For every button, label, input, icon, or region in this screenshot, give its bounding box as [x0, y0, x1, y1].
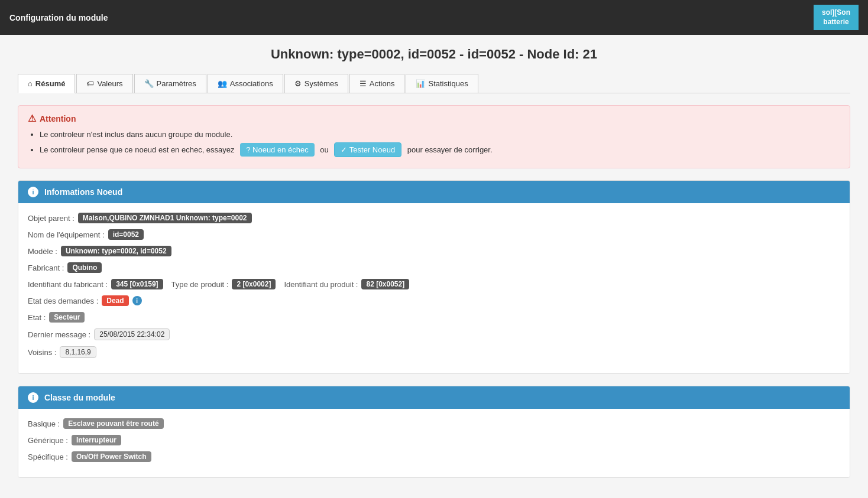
alert-title: ⚠ Attention	[28, 113, 840, 124]
alert-icon: ⚠	[28, 113, 36, 124]
etat-row: Etat : Secteur	[28, 312, 840, 323]
noeud-echec-button[interactable]: ? Noeud en échec	[240, 143, 315, 157]
tab-resume[interactable]: ⌂ Résumé	[18, 74, 75, 93]
cog-icon: ⚙	[294, 79, 302, 88]
tab-systemes[interactable]: ⚙ Systèmes	[284, 74, 348, 93]
top-bar: Configuration du module sol][Son batteri…	[0, 0, 868, 35]
tab-associations[interactable]: 👥 Associations	[208, 74, 283, 93]
etat-demandes-info-icon: i	[132, 296, 142, 305]
tester-noeud-button[interactable]: ✓ Tester Noeud	[334, 142, 401, 157]
identifiant-fabricant-row: Identifiant du fabricant : 345 [0x0159] …	[28, 279, 840, 289]
informations-noeud-body: Objet parent : Maison,QUBINO ZMNHAD1 Unk…	[18, 203, 850, 373]
generique-row: Générique : Interrupteur	[28, 435, 840, 445]
classe-module-card: i Classe du module Basique : Esclave pou…	[18, 386, 850, 478]
main-content: Unknown: type=0002, id=0052 - id=0052 - …	[0, 35, 868, 498]
objet-parent-row: Objet parent : Maison,QUBINO ZMNHAD1 Unk…	[28, 213, 840, 223]
alert-list: Le controleur n'est inclus dans aucun gr…	[28, 130, 840, 157]
specifique-row: Spécifique : On/Off Power Switch	[28, 451, 840, 462]
alert-item-2: Le controleur pense que ce noeud est en …	[40, 142, 840, 157]
fabricant-row: Fabricant : Qubino	[28, 262, 840, 273]
classe-module-header: i Classe du module	[18, 386, 850, 409]
wrench-icon: 🔧	[144, 79, 154, 88]
basique-row: Basique : Esclave pouvant être routé	[28, 418, 840, 429]
user-info: sol][Son batterie	[814, 5, 859, 30]
voisins-row: Voisins : 8,1,16,9	[28, 346, 840, 358]
etat-demandes-row: Etat des demandes : Dead i	[28, 295, 840, 306]
info-icon-noeud: i	[28, 187, 38, 197]
tab-parametres[interactable]: 🔧 Paramètres	[134, 74, 206, 93]
modele-row: Modèle : Unknown: type=0002, id=0052	[28, 246, 840, 256]
classe-module-body: Basique : Esclave pouvant être routé Gén…	[18, 409, 850, 477]
home-icon: ⌂	[28, 79, 33, 88]
list-icon: ☰	[359, 79, 367, 88]
tag-icon: 🏷	[86, 79, 94, 88]
page-title: Unknown: type=0002, id=0052 - id=0052 - …	[18, 47, 850, 62]
tab-valeurs[interactable]: 🏷 Valeurs	[76, 74, 132, 93]
informations-noeud-card: i Informations Noeud Objet parent : Mais…	[18, 180, 850, 374]
informations-noeud-header: i Informations Noeud	[18, 181, 850, 203]
app-title: Configuration du module	[9, 13, 108, 22]
tabs-container: ⌂ Résumé 🏷 Valeurs 🔧 Paramètres 👥 Associ…	[18, 74, 850, 93]
tab-statistiques[interactable]: 📊 Statistiques	[406, 74, 478, 93]
info-icon-classe: i	[28, 392, 38, 403]
alert-section: ⚠ Attention Le controleur n'est inclus d…	[18, 105, 850, 168]
users-icon: 👥	[218, 79, 227, 88]
alert-item-1: Le controleur n'est inclus dans aucun gr…	[40, 130, 840, 139]
tab-actions[interactable]: ☰ Actions	[349, 74, 405, 93]
bar-chart-icon: 📊	[416, 79, 425, 88]
nom-equipement-row: Nom de l'équipement : id=0052	[28, 229, 840, 240]
dernier-message-row: Dernier message : 25/08/2015 22:34:02	[28, 328, 840, 340]
